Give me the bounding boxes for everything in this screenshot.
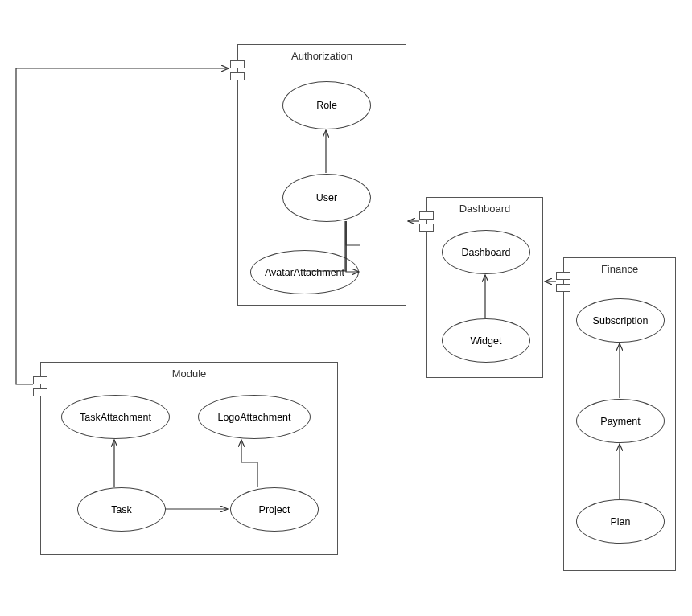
class-user-label: User [316,192,337,203]
port-icon [556,272,570,280]
diagram-canvas: Authorization Role User AvatarAttachment… [0,0,692,616]
module-dashboard: Dashboard Dashboard Widget [426,197,543,378]
class-task-label: Task [111,504,132,515]
class-plan: Plan [576,499,665,544]
class-widget-label: Widget [471,335,502,347]
module-finance: Finance Subscription Payment Plan [563,257,676,571]
class-task-attachment-label: TaskAttachment [80,412,151,423]
port-icon [419,211,434,220]
class-role-label: Role [316,100,337,111]
class-subscription: Subscription [576,298,665,343]
module-title-finance: Finance [564,263,675,275]
class-dashboard-label: Dashboard [461,247,510,258]
class-dashboard: Dashboard [442,230,530,274]
class-role: Role [282,81,371,129]
class-task: Task [77,487,166,532]
class-project-label: Project [259,504,290,515]
class-avatar-attachment-label: AvatarAttachment [265,267,344,278]
class-payment: Payment [576,399,665,443]
class-subscription-label: Subscription [593,315,649,326]
port-icon [230,60,245,68]
module-title-authorization: Authorization [238,50,406,62]
module-title-module: Module [41,368,337,380]
class-task-attachment: TaskAttachment [61,395,170,439]
module-title-dashboard: Dashboard [427,203,542,215]
class-payment-label: Payment [600,416,640,427]
port-icon [419,224,434,232]
class-project: Project [230,487,319,532]
class-widget: Widget [442,318,530,363]
module-module: Module TaskAttachment LogoAttachment Tas… [40,362,338,555]
class-plan-label: Plan [610,516,630,528]
module-authorization: Authorization Role User AvatarAttachment [237,44,406,306]
class-user: User [282,174,371,222]
class-avatar-attachment: AvatarAttachment [250,250,359,294]
class-logo-attachment: LogoAttachment [198,395,311,439]
class-logo-attachment-label: LogoAttachment [217,412,290,423]
port-icon [556,284,570,292]
port-icon [33,388,47,396]
port-icon [230,72,245,80]
port-icon [33,376,47,384]
